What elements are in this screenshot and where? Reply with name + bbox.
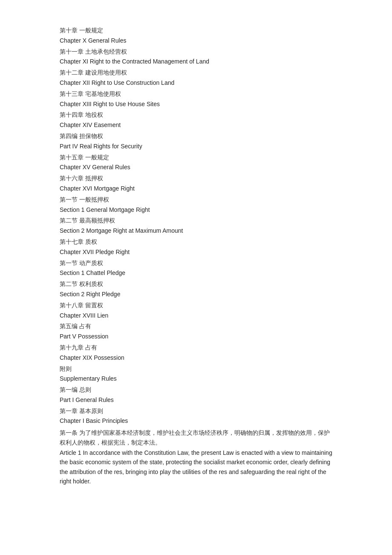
toc-entry-chinese: 第十四章 地役权 [60,110,332,120]
toc-entry-chinese: 第十二章 建设用地使用权 [60,68,332,78]
toc-entry-english: Part I General Rules [60,395,332,405]
toc-entry-english: Section 2 Right Pledge [60,289,332,300]
toc-entry-english: Chapter XV General Rules [60,162,332,173]
toc-entry-english: Chapter XVI Mortgage Right [60,184,332,194]
article-1-chinese: 第一条 为了维护国家基本经济制度，维护社会主义市场经济秩序，明确物的归属，发挥物… [60,428,332,447]
toc-entry-english: Chapter X General Rules [60,36,332,46]
toc-entry-english: Chapter XVII Pledge Right [60,247,332,257]
toc-entry: 第二节 权利质权Section 2 Right Pledge [60,279,332,300]
toc-entry-chinese: 第十三章 宅基地使用权 [60,89,332,99]
toc-entry-chinese: 第一编 总则 [60,385,332,395]
toc-entry: 第十九章 占有Chapter XIX Possession [60,343,332,363]
toc-entry: 第一编 总则Part I General Rules [60,385,332,405]
toc-entry: 第四编 担保物权Part IV Real Rights for Security [60,131,332,152]
toc-entry-chinese: 第四编 担保物权 [60,131,332,142]
toc-entry-english: Chapter XVIII Lien [60,311,332,321]
article-1-english: Article 1 In accordance with the Constit… [60,448,332,486]
toc-entry: 第十章 一般规定Chapter X General Rules [60,26,332,46]
toc-entry: 第十二章 建设用地使用权Chapter XII Right to Use Con… [60,68,332,88]
toc-entry: 第一章 基本原则Chapter I Basic Principles [60,406,332,427]
toc-entry-chinese: 第十五章 一般规定 [60,153,332,163]
toc-entry-chinese: 附则 [60,364,332,374]
toc-entry-english: Chapter XII Right to Use Construction La… [60,78,332,88]
toc-entry-english: Chapter XIII Right to Use House Sites [60,99,332,110]
toc-entry-english: Part IV Real Rights for Security [60,142,332,152]
toc-entry: 第十八章 留置权Chapter XVIII Lien [60,301,332,321]
toc-entry-chinese: 第二节 最高额抵押权 [60,216,332,226]
toc-list: 第十章 一般规定Chapter X General Rules第十一章 土地承包… [60,26,332,426]
toc-entry-chinese: 第十一章 土地承包经营权 [60,47,332,57]
toc-entry-english: Chapter XIV Easement [60,120,332,130]
toc-entry: 第十三章 宅基地使用权Chapter XIII Right to Use Hou… [60,89,332,110]
toc-entry-chinese: 第二节 权利质权 [60,279,332,289]
toc-entry-english: Section 2 Mortgage Right at Maximum Amou… [60,226,332,236]
toc-entry-chinese: 第十九章 占有 [60,343,332,353]
toc-entry: 第十四章 地役权Chapter XIV Easement [60,110,332,130]
toc-entry-english: Part V Possession [60,332,332,342]
toc-entry-english: Supplementary Rules [60,374,332,384]
toc-entry: 附则Supplementary Rules [60,364,332,384]
toc-entry-chinese: 第一节 动产质权 [60,258,332,269]
toc-entry: 第十五章 一般规定Chapter XV General Rules [60,153,332,173]
article-block: 第一条 为了维护国家基本经济制度，维护社会主义市场经济秩序，明确物的归属，发挥物… [60,428,332,486]
toc-entry-chinese: 第一章 基本原则 [60,406,332,416]
toc-entry: 第十一章 土地承包经营权Chapter XI Right to the Cont… [60,47,332,67]
toc-entry-english: Chapter XI Right to the Contracted Manag… [60,57,332,67]
toc-entry-english: Section 1 General Mortgage Right [60,205,332,215]
toc-entry-english: Chapter I Basic Principles [60,416,332,426]
toc-entry-chinese: 第十八章 留置权 [60,301,332,311]
toc-entry-chinese: 第十章 一般规定 [60,26,332,36]
toc-entry-chinese: 第十六章 抵押权 [60,173,332,184]
toc-entry: 第五编 占有Part V Possession [60,321,332,342]
toc-entry: 第十七章 质权Chapter XVII Pledge Right [60,237,332,257]
toc-entry: 第一节 一般抵押权Section 1 General Mortgage Righ… [60,195,332,215]
toc-entry: 第一节 动产质权Section 1 Chattel Pledge [60,258,332,279]
toc-entry-chinese: 第十七章 质权 [60,237,332,247]
toc-entry-chinese: 第五编 占有 [60,321,332,332]
toc-entry-english: Chapter XIX Possession [60,353,332,363]
toc-entry-chinese: 第一节 一般抵押权 [60,195,332,205]
toc-entry-english: Section 1 Chattel Pledge [60,268,332,278]
toc-entry: 第二节 最高额抵押权Section 2 Mortgage Right at Ma… [60,216,332,236]
toc-entry: 第十六章 抵押权Chapter XVI Mortgage Right [60,173,332,194]
